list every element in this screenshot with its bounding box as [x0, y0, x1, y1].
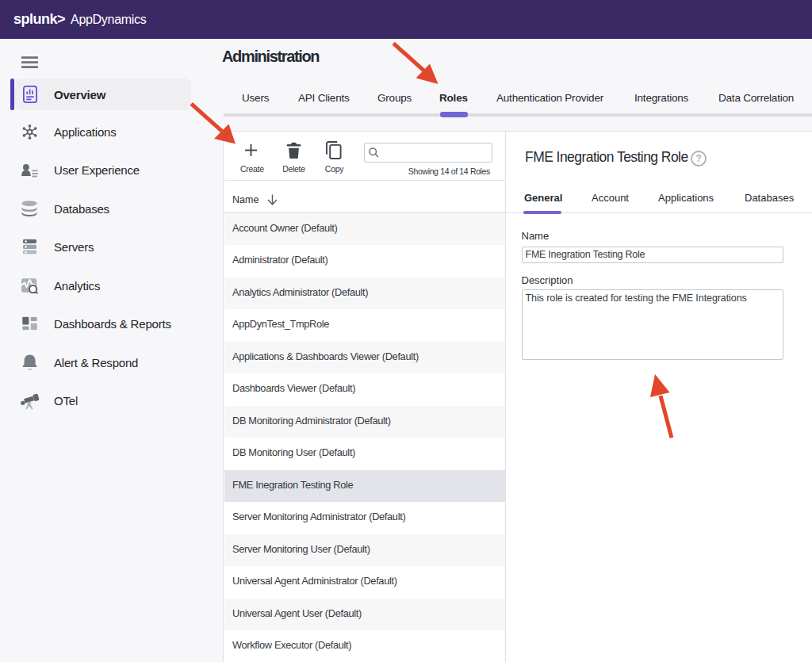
svg-text:?: ? — [695, 153, 701, 164]
